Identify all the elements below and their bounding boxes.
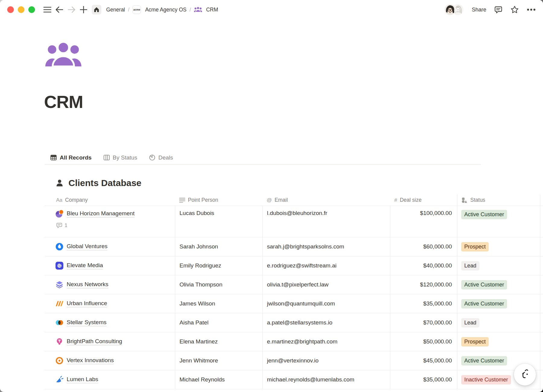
point-person-cell[interactable]: Elena Martinez bbox=[175, 338, 262, 345]
column-divider[interactable] bbox=[390, 206, 390, 389]
deal-size-cell[interactable]: $60,000.00 bbox=[390, 243, 457, 250]
breadcrumb-separator: / bbox=[189, 7, 191, 13]
table-row: Lumen LabsMichael Reynoldsmichael.reynol… bbox=[45, 370, 543, 389]
back-button[interactable] bbox=[54, 5, 65, 15]
company-link[interactable]: BrightPath Consulting bbox=[67, 338, 122, 345]
column-label: Email bbox=[275, 197, 288, 203]
comment-count-badge[interactable]: 1 bbox=[56, 222, 175, 229]
column-header-deal[interactable]: #Deal size bbox=[390, 194, 457, 206]
company-link[interactable]: Urban Influence bbox=[67, 300, 107, 307]
column-header-email[interactable]: @Email bbox=[262, 194, 390, 206]
status-badge[interactable]: Prospect bbox=[461, 242, 489, 251]
page-icon-people[interactable] bbox=[45, 42, 82, 68]
status-badge[interactable]: Inactive Customer bbox=[461, 375, 511, 384]
breadcrumb-item-general[interactable]: General bbox=[104, 6, 127, 14]
status-badge[interactable]: Active Customer bbox=[461, 210, 507, 219]
company-link[interactable]: Bleu Horizon Management bbox=[67, 210, 135, 217]
comment-icon bbox=[56, 222, 62, 229]
company-link[interactable]: Nexus Networks bbox=[67, 281, 108, 288]
elevate-spiral-logo-icon bbox=[56, 262, 63, 270]
column-header-status[interactable]: Status bbox=[457, 194, 540, 206]
deal-size-cell[interactable]: $45,000.00 bbox=[390, 357, 457, 364]
point-person-cell[interactable]: Aisha Patel bbox=[175, 319, 262, 326]
table-view-icon bbox=[50, 154, 57, 161]
company-cell: Global Ventures bbox=[45, 237, 175, 256]
company-cell: Nexus Networks bbox=[45, 275, 175, 294]
collaborator-avatars[interactable] bbox=[444, 4, 464, 16]
column-divider[interactable] bbox=[262, 206, 263, 389]
close-window-button[interactable] bbox=[7, 6, 14, 13]
deal-size-cell[interactable]: $35,000.00 bbox=[390, 300, 457, 307]
breadcrumb-item-crm[interactable]: CRM bbox=[204, 6, 220, 14]
status-cell: Active Customer bbox=[457, 280, 540, 289]
zoom-window-button[interactable] bbox=[28, 6, 35, 13]
urban-stripes-logo-icon bbox=[56, 300, 63, 308]
new-tab-button[interactable] bbox=[78, 5, 89, 15]
point-person-cell[interactable]: James Wilson bbox=[175, 300, 262, 307]
deal-size-cell[interactable]: $50,000.00 bbox=[390, 338, 457, 345]
point-person-cell[interactable]: Olivia Thompson bbox=[175, 281, 262, 288]
minimize-window-button[interactable] bbox=[18, 6, 24, 13]
point-person-cell[interactable]: Jenn Whitmore bbox=[175, 357, 262, 364]
forward-button[interactable] bbox=[66, 5, 77, 15]
share-button[interactable]: Share bbox=[472, 7, 486, 13]
tabs-divider bbox=[45, 164, 481, 165]
company-link[interactable]: Stellar Systems bbox=[67, 319, 106, 326]
sidebar-menu-icon[interactable] bbox=[42, 5, 52, 15]
breadcrumb-item-workspace[interactable]: Acme Agency OS bbox=[143, 6, 188, 14]
home-icon[interactable] bbox=[92, 5, 101, 14]
status-badge[interactable]: Active Customer bbox=[461, 356, 507, 365]
email-link[interactable]: sarah.j@brightsparksolns.com bbox=[267, 243, 344, 250]
point-person-cell[interactable]: Michael Reynolds bbox=[175, 376, 262, 383]
email-link[interactable]: e.rodriguez@swiftstream.ai bbox=[267, 262, 336, 269]
status-badge[interactable]: Active Customer bbox=[461, 280, 507, 289]
notion-ai-button[interactable] bbox=[514, 363, 536, 386]
more-options-icon[interactable] bbox=[527, 8, 536, 11]
email-link[interactable]: a.patel@stellarsystems.io bbox=[267, 319, 332, 326]
status-badge[interactable]: Lead bbox=[461, 318, 479, 327]
board-view-icon bbox=[103, 154, 110, 161]
email-link[interactable]: michael.reynolds@lumenlabs.com bbox=[267, 376, 354, 383]
email-link[interactable]: l.dubois@bleuhorizon.fr bbox=[267, 210, 327, 217]
company-cell: Vertex Innovations bbox=[45, 351, 175, 370]
status-badge[interactable]: Lead bbox=[461, 261, 479, 270]
company-cell: Urban Influence bbox=[45, 294, 175, 313]
company-link[interactable]: Elevate Media bbox=[67, 262, 103, 269]
tab-by-status[interactable]: By Status bbox=[99, 151, 141, 164]
tab-all-records[interactable]: All Records bbox=[46, 151, 96, 164]
deal-size-cell[interactable]: $70,000.00 bbox=[390, 319, 457, 326]
point-person-cell[interactable]: Lucas Dubois bbox=[175, 206, 262, 217]
email-link[interactable]: jwilson@quantumquill.com bbox=[267, 300, 335, 307]
email-cell: jwilson@quantumquill.com bbox=[262, 300, 390, 307]
table-row: Stellar SystemsAisha Patela.patel@stella… bbox=[45, 313, 543, 332]
status-cell: Active Customer bbox=[457, 299, 540, 308]
point-person-cell[interactable]: Emily Rodriguez bbox=[175, 262, 262, 269]
company-link[interactable]: Global Ventures bbox=[67, 243, 107, 250]
favorite-star-icon[interactable] bbox=[510, 5, 519, 14]
column-divider[interactable] bbox=[540, 194, 540, 389]
column-header-person[interactable]: Point Person bbox=[175, 194, 262, 206]
company-link[interactable]: Lumen Labs bbox=[67, 376, 98, 383]
status-cell: Lead bbox=[457, 261, 540, 270]
deal-size-cell[interactable]: $40,000.00 bbox=[390, 262, 457, 269]
deal-size-cell[interactable]: $100,000.00 bbox=[390, 206, 457, 217]
column-header-company[interactable]: AaCompany bbox=[45, 194, 175, 206]
email-link[interactable]: e.martinez@brightpath.com bbox=[267, 338, 338, 345]
deal-size-cell[interactable]: $120,000.00 bbox=[390, 281, 457, 288]
comments-icon[interactable] bbox=[494, 5, 503, 14]
column-divider[interactable] bbox=[175, 206, 175, 389]
status-badge[interactable]: Active Customer bbox=[461, 299, 507, 308]
avatar bbox=[444, 4, 456, 16]
column-label: Deal size bbox=[400, 197, 421, 203]
email-link[interactable]: jenn@vertexinnov.io bbox=[267, 357, 319, 364]
deal-size-cell[interactable]: $35,000.00 bbox=[390, 376, 457, 383]
status-badge[interactable]: Prospect bbox=[461, 337, 489, 346]
company-link[interactable]: Vertex Innovations bbox=[67, 357, 114, 364]
app-window: General / acme Acme Agency OS / CRM Shar… bbox=[0, 0, 543, 392]
email-link[interactable]: olivia.t@pixelperfect.law bbox=[267, 281, 329, 288]
tab-deals[interactable]: Deals bbox=[145, 151, 177, 164]
brightpath-bulb-logo-icon bbox=[56, 338, 63, 346]
column-divider[interactable] bbox=[457, 194, 457, 389]
point-person-cell[interactable]: Sarah Johnson bbox=[175, 243, 262, 250]
table-row: Elevate MediaEmily Rodrigueze.rodriguez@… bbox=[45, 256, 543, 275]
